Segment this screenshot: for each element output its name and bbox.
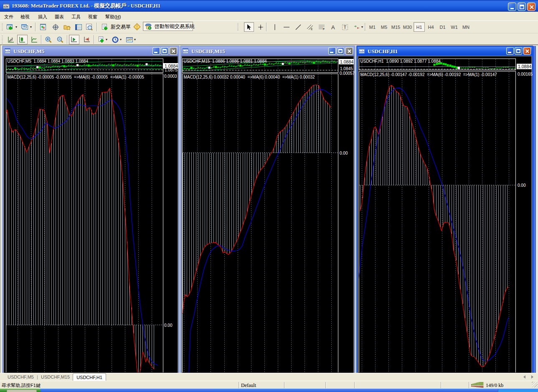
svg-text:F: F <box>323 28 325 31</box>
svg-text:A: A <box>331 24 335 31</box>
svg-text:E: E <box>311 28 313 31</box>
svg-text:T: T <box>344 25 347 30</box>
